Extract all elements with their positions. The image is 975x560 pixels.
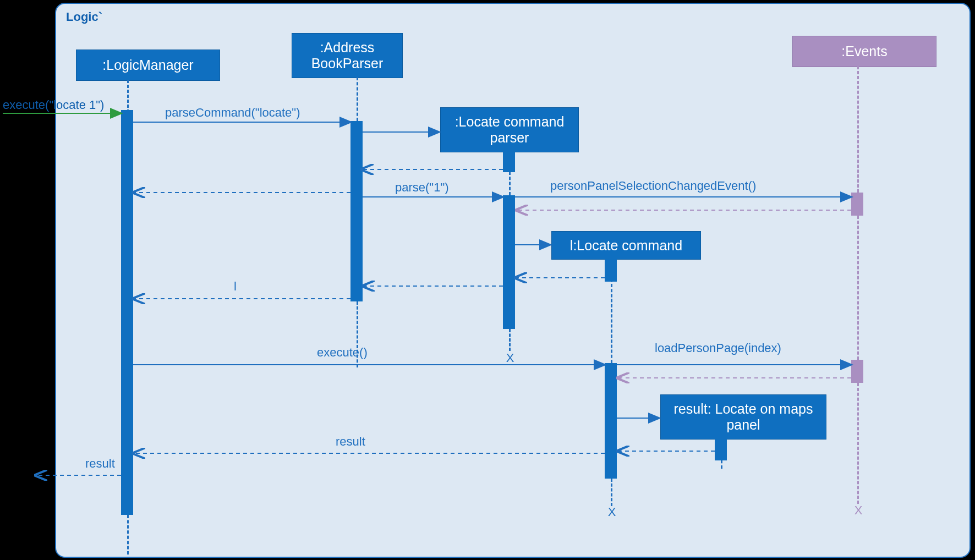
events-lifeline-3 [857,383,859,504]
msg-parse1: parse("1") [395,180,449,195]
events-activation-2 [851,360,863,383]
msg-return-l: l [234,279,237,294]
events-destroy: X [853,503,864,518]
lcp-activation-2 [503,195,515,329]
addressbookparser-label: :Address BookParser [292,40,402,72]
frame-label: Logic` [66,10,102,24]
lc-activation-2 [605,363,617,479]
events-lifeline-2 [857,216,859,360]
locateparser-label: :Locate command parser [441,114,578,146]
lcp-activation-1 [503,151,515,172]
events-activation-1 [851,193,863,216]
msg-execute: execute() [317,345,368,360]
abp-lifeline-top [357,77,358,121]
logicmanager-label: :LogicManager [102,57,193,73]
logicmanager-head: :LogicManager [76,50,220,81]
msg-result-out: result [85,457,115,471]
logicmanager-activation [121,110,133,515]
lc-destroy: X [606,505,617,519]
msg-execute-locate1: execute("locate 1") [3,98,104,112]
events-label: :Events [841,43,887,59]
resultpanel-head: result: Locate on maps panel [660,394,826,440]
locateparser-head: :Locate command parser [440,107,579,152]
msg-parsecommand: parseCommand("locate") [165,106,300,120]
abp-activation [350,121,363,301]
logicmanager-lifeline-top [127,80,129,113]
events-head: :Events [792,36,936,67]
msg-personpanel: personPanelSelectionChangedEvent() [550,179,756,193]
locatecommand-head: l:Locate command [551,231,701,260]
addressbookparser-head: :Address BookParser [292,33,403,78]
resultpanel-label: result: Locate on maps panel [661,401,826,433]
rp-activation [715,438,727,460]
lcp-destroy: X [505,351,516,365]
lc-activation-1 [605,259,617,282]
lcp-lifeline-bottom [509,329,511,351]
logicmanager-lifeline-bottom [127,515,129,554]
msg-loadpersonpage: loadPersonPage(index) [655,341,781,355]
lc-lifeline-bottom [611,479,612,506]
msg-result-return: result [336,435,365,449]
locatecommand-label: l:Locate command [570,238,682,254]
events-lifeline-1 [857,66,859,193]
